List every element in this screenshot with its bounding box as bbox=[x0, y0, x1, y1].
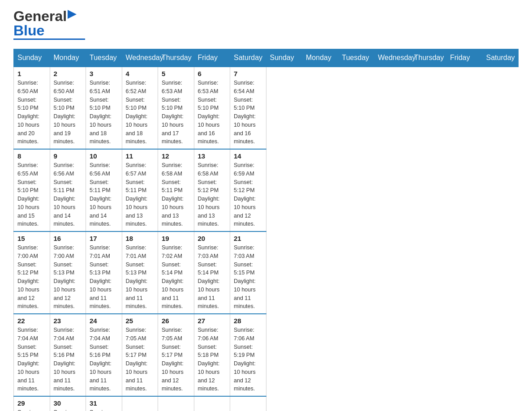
calendar-cell: 7 Sunrise: 6:54 AM Sunset: 5:10 PM Dayli… bbox=[230, 67, 266, 149]
col-header-thursday: Thursday bbox=[410, 49, 446, 67]
day-info: Sunrise: 6:57 AM Sunset: 5:11 PM Dayligh… bbox=[126, 161, 154, 228]
calendar-cell: 28 Sunrise: 7:06 AM Sunset: 5:19 PM Dayl… bbox=[230, 314, 266, 396]
header-day-saturday: Saturday bbox=[230, 49, 266, 67]
calendar-cell: 4 Sunrise: 6:52 AM Sunset: 5:10 PM Dayli… bbox=[122, 67, 158, 149]
header-day-friday: Friday bbox=[194, 49, 230, 67]
day-number: 1 bbox=[17, 70, 46, 77]
calendar-cell: 17 Sunrise: 7:01 AM Sunset: 5:13 PM Dayl… bbox=[86, 231, 122, 314]
calendar-cell: 10 Sunrise: 6:56 AM Sunset: 5:11 PM Dayl… bbox=[86, 149, 122, 231]
day-number: 30 bbox=[54, 399, 82, 407]
day-info: Sunrise: 6:53 AM Sunset: 5:10 PM Dayligh… bbox=[198, 79, 227, 146]
day-info: Sunrise: 6:58 AM Sunset: 5:12 PM Dayligh… bbox=[198, 161, 227, 228]
calendar-cell: 30 Sunrise: 7:07 AM Sunset: 5:20 PM Dayl… bbox=[50, 396, 86, 411]
day-number: 17 bbox=[90, 235, 118, 242]
calendar-cell: 15 Sunrise: 7:00 AM Sunset: 5:12 PM Dayl… bbox=[14, 231, 50, 314]
day-info: Sunrise: 6:56 AM Sunset: 5:11 PM Dayligh… bbox=[54, 161, 82, 228]
col-header-tuesday: Tuesday bbox=[338, 49, 374, 67]
day-info: Sunrise: 7:00 AM Sunset: 5:12 PM Dayligh… bbox=[17, 244, 46, 311]
day-number: 25 bbox=[126, 317, 154, 325]
day-info: Sunrise: 6:50 AM Sunset: 5:10 PM Dayligh… bbox=[17, 79, 46, 146]
week-row-3: 15 Sunrise: 7:00 AM Sunset: 5:12 PM Dayl… bbox=[14, 231, 519, 314]
day-info: Sunrise: 6:50 AM Sunset: 5:10 PM Dayligh… bbox=[54, 79, 82, 146]
day-number: 7 bbox=[234, 70, 262, 77]
calendar-cell bbox=[158, 396, 194, 411]
calendar-cell: 8 Sunrise: 6:55 AM Sunset: 5:10 PM Dayli… bbox=[14, 149, 50, 231]
calendar-cell: 18 Sunrise: 7:01 AM Sunset: 5:13 PM Dayl… bbox=[122, 231, 158, 314]
day-number: 10 bbox=[90, 152, 118, 160]
calendar-cell: 12 Sunrise: 6:58 AM Sunset: 5:11 PM Dayl… bbox=[158, 149, 194, 231]
day-info: Sunrise: 6:52 AM Sunset: 5:10 PM Dayligh… bbox=[126, 79, 154, 146]
calendar-cell: 21 Sunrise: 7:03 AM Sunset: 5:15 PM Dayl… bbox=[230, 231, 266, 314]
header-day-sunday: Sunday bbox=[14, 49, 50, 67]
col-header-friday: Friday bbox=[446, 49, 483, 67]
day-number: 6 bbox=[198, 70, 227, 77]
day-info: Sunrise: 7:03 AM Sunset: 5:14 PM Dayligh… bbox=[198, 244, 227, 311]
day-number: 5 bbox=[162, 70, 190, 77]
day-number: 28 bbox=[234, 317, 262, 325]
day-info: Sunrise: 7:04 AM Sunset: 5:16 PM Dayligh… bbox=[90, 326, 118, 393]
day-number: 20 bbox=[198, 235, 227, 242]
day-info: Sunrise: 6:54 AM Sunset: 5:10 PM Dayligh… bbox=[234, 79, 262, 146]
calendar-header-row: SundayMondayTuesdayWednesdayThursdayFrid… bbox=[14, 49, 519, 67]
day-number: 29 bbox=[17, 399, 46, 407]
day-info: Sunrise: 7:07 AM Sunset: 5:21 PM Dayligh… bbox=[90, 408, 118, 411]
logo-triangle-icon bbox=[68, 10, 77, 19]
day-info: Sunrise: 7:00 AM Sunset: 5:13 PM Dayligh… bbox=[54, 244, 82, 311]
day-number: 18 bbox=[126, 235, 154, 242]
day-info: Sunrise: 7:06 AM Sunset: 5:19 PM Dayligh… bbox=[17, 408, 46, 411]
day-number: 9 bbox=[54, 152, 82, 160]
day-number: 3 bbox=[90, 70, 118, 77]
calendar-cell: 16 Sunrise: 7:00 AM Sunset: 5:13 PM Dayl… bbox=[50, 231, 86, 314]
logo-general: General bbox=[13, 9, 67, 23]
calendar-cell: 20 Sunrise: 7:03 AM Sunset: 5:14 PM Dayl… bbox=[194, 231, 230, 314]
day-info: Sunrise: 7:01 AM Sunset: 5:13 PM Dayligh… bbox=[90, 244, 118, 311]
calendar-cell: 6 Sunrise: 6:53 AM Sunset: 5:10 PM Dayli… bbox=[194, 67, 230, 149]
calendar-cell: 19 Sunrise: 7:02 AM Sunset: 5:14 PM Dayl… bbox=[158, 231, 194, 314]
day-info: Sunrise: 6:59 AM Sunset: 5:12 PM Dayligh… bbox=[234, 161, 262, 228]
day-info: Sunrise: 7:04 AM Sunset: 5:15 PM Dayligh… bbox=[17, 326, 46, 393]
week-row-4: 22 Sunrise: 7:04 AM Sunset: 5:15 PM Dayl… bbox=[14, 314, 519, 396]
day-info: Sunrise: 6:55 AM Sunset: 5:10 PM Dayligh… bbox=[17, 161, 46, 228]
calendar-cell: 2 Sunrise: 6:50 AM Sunset: 5:10 PM Dayli… bbox=[50, 67, 86, 149]
day-number: 14 bbox=[234, 152, 262, 160]
calendar-cell: 31 Sunrise: 7:07 AM Sunset: 5:21 PM Dayl… bbox=[86, 396, 122, 411]
calendar-cell: 14 Sunrise: 6:59 AM Sunset: 5:12 PM Dayl… bbox=[230, 149, 266, 231]
day-number: 24 bbox=[90, 317, 118, 325]
calendar-cell bbox=[230, 396, 266, 411]
calendar-cell: 22 Sunrise: 7:04 AM Sunset: 5:15 PM Dayl… bbox=[14, 314, 50, 396]
calendar-cell: 5 Sunrise: 6:53 AM Sunset: 5:10 PM Dayli… bbox=[158, 67, 194, 149]
week-row-1: 1 Sunrise: 6:50 AM Sunset: 5:10 PM Dayli… bbox=[14, 67, 519, 149]
day-info: Sunrise: 7:02 AM Sunset: 5:14 PM Dayligh… bbox=[162, 244, 190, 311]
day-number: 4 bbox=[126, 70, 154, 77]
week-row-2: 8 Sunrise: 6:55 AM Sunset: 5:10 PM Dayli… bbox=[14, 149, 519, 231]
day-number: 13 bbox=[198, 152, 227, 160]
calendar-cell: 27 Sunrise: 7:06 AM Sunset: 5:18 PM Dayl… bbox=[194, 314, 230, 396]
col-header-wednesday: Wednesday bbox=[374, 49, 411, 67]
col-header-monday: Monday bbox=[302, 49, 339, 67]
calendar-cell: 13 Sunrise: 6:58 AM Sunset: 5:12 PM Dayl… bbox=[194, 149, 230, 231]
day-info: Sunrise: 6:56 AM Sunset: 5:11 PM Dayligh… bbox=[90, 161, 118, 228]
calendar-cell: 29 Sunrise: 7:06 AM Sunset: 5:19 PM Dayl… bbox=[14, 396, 50, 411]
day-info: Sunrise: 7:03 AM Sunset: 5:15 PM Dayligh… bbox=[234, 244, 262, 311]
calendar-cell: 9 Sunrise: 6:56 AM Sunset: 5:11 PM Dayli… bbox=[50, 149, 86, 231]
day-number: 22 bbox=[17, 317, 46, 325]
day-number: 15 bbox=[17, 235, 46, 242]
day-number: 23 bbox=[54, 317, 82, 325]
day-info: Sunrise: 6:51 AM Sunset: 5:10 PM Dayligh… bbox=[90, 79, 118, 146]
day-number: 21 bbox=[234, 235, 262, 242]
calendar-cell: 23 Sunrise: 7:04 AM Sunset: 5:16 PM Dayl… bbox=[50, 314, 86, 396]
day-info: Sunrise: 6:53 AM Sunset: 5:10 PM Dayligh… bbox=[162, 79, 190, 146]
day-info: Sunrise: 7:06 AM Sunset: 5:18 PM Dayligh… bbox=[198, 326, 227, 393]
day-number: 8 bbox=[17, 152, 46, 160]
logo-blue: Blue bbox=[13, 23, 85, 38]
calendar-cell: 3 Sunrise: 6:51 AM Sunset: 5:10 PM Dayli… bbox=[86, 67, 122, 149]
day-info: Sunrise: 7:06 AM Sunset: 5:19 PM Dayligh… bbox=[234, 326, 262, 393]
day-info: Sunrise: 7:07 AM Sunset: 5:20 PM Dayligh… bbox=[54, 408, 82, 411]
day-number: 27 bbox=[198, 317, 227, 325]
calendar-cell: 1 Sunrise: 6:50 AM Sunset: 5:10 PM Dayli… bbox=[14, 67, 50, 149]
day-info: Sunrise: 6:58 AM Sunset: 5:11 PM Dayligh… bbox=[162, 161, 190, 228]
day-number: 2 bbox=[54, 70, 82, 77]
day-number: 19 bbox=[162, 235, 190, 242]
calendar-cell: 25 Sunrise: 7:05 AM Sunset: 5:17 PM Dayl… bbox=[122, 314, 158, 396]
day-number: 16 bbox=[54, 235, 82, 242]
